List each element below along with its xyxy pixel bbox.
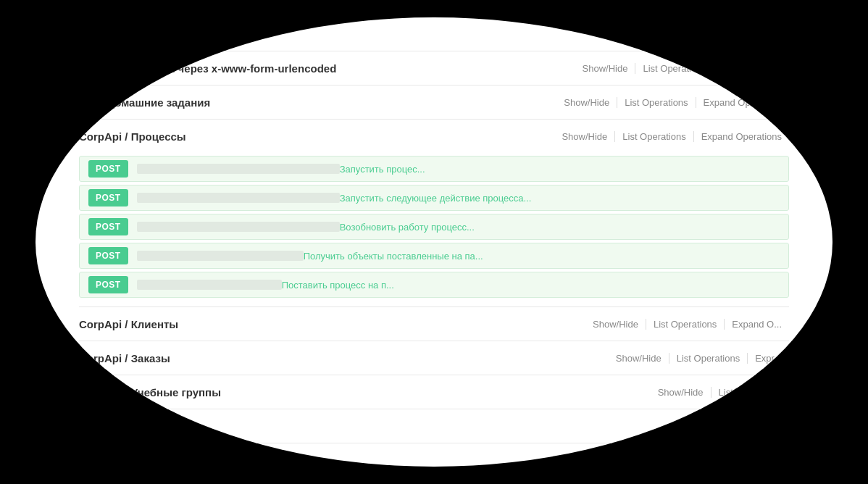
operation-row-2[interactable]: POST Запустить следующее действие процес… [79, 185, 789, 211]
list-operations-clients[interactable]: List Operations [646, 319, 724, 330]
operation-desc-4: Получить объекты поставленные на па... [304, 251, 495, 262]
api-content: ... Show/Hide List Operations Expan... .… [36, 17, 832, 467]
operation-path-3 [137, 222, 340, 232]
show-hide-orders[interactable]: Show/Hide [609, 353, 669, 364]
section-groups-controls: Show/Hide List Operations [651, 387, 789, 398]
list-operations-processes[interactable]: List Operations [614, 131, 693, 142]
show-hide-last[interactable]: Show/Hide [729, 421, 789, 432]
section-form-urlencoded: ...остые действия через x-www-form-urlen… [79, 51, 789, 85]
operation-desc-3: Возобновить работу процесс... [340, 222, 486, 233]
operation-path-2 [137, 193, 340, 203]
show-hide-processes[interactable]: Show/Hide [554, 131, 614, 142]
section-orders-header: CorpApi / Заказы Show/Hide List Operatio… [79, 341, 789, 375]
method-badge-1: POST [88, 160, 128, 178]
expand-operations-processes[interactable]: Expand Operations [693, 131, 789, 142]
section-last-header: ... Show/Hide [79, 409, 789, 443]
section-homework-title: ...pi / Домашние задания [79, 96, 556, 109]
section-clients-title: CorpApi / Клиенты [79, 318, 585, 330]
operation-path-4 [137, 251, 304, 261]
section-homework: ...pi / Домашние задания Show/Hide List … [79, 85, 789, 120]
section-homework-header: ...pi / Домашние задания Show/Hide List … [79, 85, 789, 119]
list-operations-groups[interactable]: List Operations [711, 387, 789, 398]
operation-row-3[interactable]: POST Возобновить работу процесс... [79, 214, 789, 240]
method-badge-2: POST [88, 189, 128, 206]
expand-operations-homework[interactable]: Expand Operatio... [696, 97, 789, 108]
method-badge-5: POST [88, 276, 128, 293]
show-hide-form[interactable]: Show/Hide [575, 63, 635, 74]
section-top-partial-header: ... Show/Hide List Operations Expan... [79, 17, 789, 51]
section-orders-controls: Show/Hide List Operations Expr... [609, 353, 789, 364]
expand-operations-clients[interactable]: Expand O... [724, 319, 789, 330]
section-homework-controls: Show/Hide List Operations Expand Operati… [556, 97, 789, 108]
show-hide-clients[interactable]: Show/Hide [585, 319, 646, 330]
section-processes-header: CorpApi / Процессы Show/Hide List Operat… [79, 120, 789, 153]
operation-row-1[interactable]: POST Запустить процес... [79, 156, 789, 182]
operation-row-4[interactable]: POST Получить объекты поставленные на па… [79, 243, 789, 269]
show-hide-groups[interactable]: Show/Hide [651, 387, 711, 398]
section-form-urlencoded-controls: Show/Hide List Operations Expand Ope... [575, 63, 789, 74]
method-badge-4: POST [88, 247, 128, 264]
section-last-controls: Show/Hide [729, 421, 789, 432]
list-operations-homework[interactable]: List Operations [617, 97, 695, 108]
show-hide-link-top[interactable]: Show/Hide [601, 29, 661, 40]
section-form-urlencoded-title: ...остые действия через x-www-form-urlen… [79, 62, 575, 75]
section-orders-title: CorpApi / Заказы [79, 352, 609, 364]
processes-operations-list: POST Запустить процес... POST Запустить … [79, 153, 789, 306]
operation-path-1 [137, 164, 340, 174]
section-processes-controls: Show/Hide List Operations Expand Operati… [554, 131, 789, 142]
section-groups-header: CorpApi / Учебные группы Show/Hide List … [79, 375, 789, 409]
expand-operations-form[interactable]: Expand Ope... [714, 63, 789, 74]
operation-path-5 [137, 280, 282, 290]
section-processes-title: CorpApi / Процессы [79, 130, 554, 143]
list-operations-orders[interactable]: List Operations [669, 353, 747, 364]
section-clients-controls: Show/Hide List Operations Expand O... [585, 319, 789, 330]
operation-desc-2: Запустить следующее действие процесса... [340, 193, 543, 204]
main-container: ... Show/Hide List Operations Expan... .… [36, 17, 832, 467]
expand-operations-link-top[interactable]: Expan... [739, 29, 789, 40]
method-badge-3: POST [88, 218, 128, 235]
section-orders: CorpApi / Заказы Show/Hide List Operatio… [79, 341, 789, 375]
show-hide-homework[interactable]: Show/Hide [556, 97, 617, 108]
section-groups: CorpApi / Учебные группы Show/Hide List … [79, 375, 789, 409]
section-clients-header: CorpApi / Клиенты Show/Hide List Operati… [79, 307, 789, 341]
operation-desc-1: Запустить процес... [340, 164, 437, 175]
operation-row-5[interactable]: POST Поставить процесс на п... [79, 272, 789, 298]
section-top-partial-controls: Show/Hide List Operations Expan... [601, 29, 789, 40]
section-form-urlencoded-header: ...остые действия через x-www-form-urlen… [79, 51, 789, 85]
section-top-partial: ... Show/Hide List Operations Expan... [79, 17, 789, 51]
section-groups-title: CorpApi / Учебные группы [79, 386, 651, 399]
operation-desc-5: Поставить процесс на п... [282, 280, 406, 291]
section-processes: CorpApi / Процессы Show/Hide List Operat… [79, 120, 789, 307]
list-operations-link-top[interactable]: List Operations [661, 29, 739, 40]
expand-operations-orders[interactable]: Expr... [747, 353, 789, 364]
section-clients: CorpApi / Клиенты Show/Hide List Operati… [79, 307, 789, 341]
list-operations-form[interactable]: List Operations [635, 63, 713, 74]
section-last: ... Show/Hide [79, 409, 789, 443]
